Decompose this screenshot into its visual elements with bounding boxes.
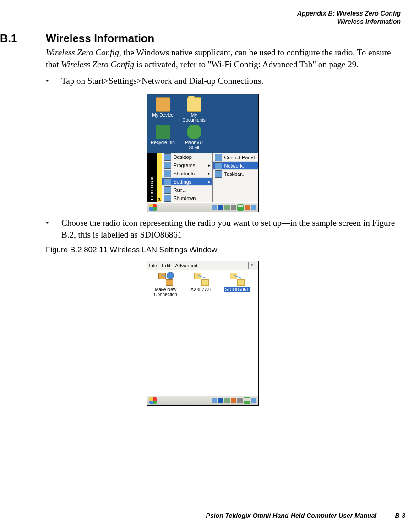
p-banner: P bbox=[157, 153, 162, 202]
tray-generic-icon[interactable] bbox=[212, 205, 217, 210]
my-device-label: My Device bbox=[149, 113, 177, 118]
footer-page-number: B-3 bbox=[395, 512, 405, 519]
taskbar-2 bbox=[147, 396, 258, 405]
menubar-file[interactable]: FFileile bbox=[149, 263, 158, 268]
folder-icon bbox=[187, 97, 201, 112]
start-button-2[interactable] bbox=[149, 397, 157, 404]
programs-mini-icon bbox=[164, 162, 171, 169]
battery-icon[interactable] bbox=[237, 398, 243, 403]
network-mini-icon bbox=[215, 162, 222, 169]
make-new-connection[interactable]: Make New Connection bbox=[150, 273, 181, 298]
menu-run[interactable]: Run... bbox=[162, 186, 212, 194]
wzc-term-2: Wireless Zero Config bbox=[61, 60, 134, 69]
window-menubar: FFileile Edit Advanced × bbox=[147, 261, 258, 270]
submenu-taskbar[interactable]: Taskbar... bbox=[213, 170, 258, 178]
status-icon[interactable] bbox=[245, 205, 250, 210]
signal-icon[interactable] bbox=[237, 204, 244, 211]
bullet-marker: • bbox=[46, 217, 61, 240]
desktop-area: My Device My Documents Recycle Bin Psion… bbox=[147, 94, 258, 153]
menu-shortcuts[interactable]: Shortcuts▸ bbox=[162, 169, 212, 178]
system-tray bbox=[212, 204, 256, 211]
section-title: Wireless Information bbox=[46, 32, 154, 45]
shortcuts-mini-icon bbox=[164, 170, 171, 177]
radio-adapter-icon bbox=[230, 273, 245, 286]
bluetooth-icon[interactable] bbox=[218, 205, 223, 210]
menu-settings[interactable]: Settings▸ bbox=[162, 178, 212, 186]
bullet-step-1: • Tap on Start>Settings>Network and Dial… bbox=[46, 75, 398, 87]
battery-icon[interactable] bbox=[231, 205, 236, 210]
network-tray-icon[interactable] bbox=[224, 398, 230, 403]
recycle-bin-icon[interactable]: Recycle Bin bbox=[149, 125, 177, 151]
settings-submenu: Control Panel Network... Taskbar... bbox=[212, 153, 258, 202]
new-connection-icon bbox=[158, 273, 173, 286]
psionvu-shell-icon[interactable]: PsionVU Shell bbox=[180, 125, 208, 151]
submenu-network[interactable]: Network... bbox=[213, 162, 258, 170]
status-icon[interactable] bbox=[231, 398, 236, 403]
signal-icon[interactable] bbox=[244, 397, 250, 404]
tray-misc-icon[interactable] bbox=[251, 205, 256, 210]
my-documents-icon[interactable]: My Documents bbox=[180, 97, 208, 124]
header-line-1: Appendix B: Wireless Zero Config bbox=[0, 9, 401, 17]
ax887721-connection[interactable]: AX887721 bbox=[186, 273, 217, 293]
start-menu-area: TEKLOGIX P Desktop Programs▸ Shortcuts▸ … bbox=[147, 153, 258, 202]
sdio-label: SDIO86861 bbox=[224, 287, 250, 293]
my-documents-label: My Documents bbox=[180, 113, 208, 123]
sdio-label-ref: SDIO86861 bbox=[140, 230, 182, 239]
chevron-right-icon: ▸ bbox=[208, 163, 211, 168]
bullet-marker: • bbox=[46, 75, 61, 87]
tray-generic-icon[interactable] bbox=[212, 398, 217, 403]
psionvu-label: PsionVU Shell bbox=[180, 140, 208, 150]
menu-path: Start>Settings>Network and Dial-up Conne… bbox=[87, 76, 264, 86]
network-adapter-icon bbox=[194, 273, 209, 286]
start-menu-screenshot: My Device My Documents Recycle Bin Psion… bbox=[147, 94, 259, 212]
network-connections-screenshot: FFileile Edit Advanced × Make New Connec… bbox=[147, 261, 259, 406]
bluetooth-icon[interactable] bbox=[218, 398, 223, 403]
radio-icon-term: radio icon bbox=[103, 218, 138, 228]
shutdown-mini-icon bbox=[164, 195, 171, 202]
start-menu: Desktop Programs▸ Shortcuts▸ Settings▸ R… bbox=[162, 153, 212, 202]
figure-caption: Figure B.2 802.11 Wireless LAN Settings … bbox=[46, 245, 405, 255]
taskbar-mini-icon bbox=[215, 170, 222, 178]
control-panel-mini-icon bbox=[215, 154, 222, 161]
section-heading: B.1 Wireless Information bbox=[0, 32, 405, 45]
chevron-right-icon: ▸ bbox=[208, 171, 211, 176]
system-tray-2 bbox=[212, 397, 256, 404]
menu-shutdown[interactable]: Shutdown bbox=[162, 194, 212, 202]
header-line-2: Wireless Information bbox=[0, 17, 401, 26]
menubar-advanced[interactable]: Advanced bbox=[175, 263, 197, 268]
sdio86861-connection[interactable]: SDIO86861 bbox=[222, 273, 253, 293]
pda-icon bbox=[156, 97, 170, 112]
page-footer: Psion Teklogix Omnii Hand-Held Computer … bbox=[206, 512, 405, 519]
connections-area: Make New Connection AX887721 SDIO86861 bbox=[147, 270, 258, 396]
chevron-right-icon: ▸ bbox=[208, 179, 211, 184]
run-mini-icon bbox=[164, 186, 171, 194]
tray-misc-icon[interactable] bbox=[251, 398, 256, 403]
my-device-icon[interactable]: My Device bbox=[149, 97, 177, 124]
wzc-term-1: Wireless Zero Config bbox=[46, 48, 119, 57]
intro-paragraph: Wireless Zero Config, the Windows native… bbox=[46, 47, 398, 70]
ax-label: AX887721 bbox=[186, 287, 217, 293]
desktop-mini-icon bbox=[164, 153, 171, 161]
network-tray-icon[interactable] bbox=[224, 205, 230, 210]
start-button[interactable] bbox=[149, 204, 157, 211]
menubar-edit[interactable]: Edit bbox=[162, 263, 170, 268]
close-button[interactable]: × bbox=[248, 262, 256, 269]
menu-desktop[interactable]: Desktop bbox=[162, 153, 212, 161]
settings-mini-icon bbox=[164, 178, 171, 185]
submenu-control-panel[interactable]: Control Panel bbox=[213, 153, 258, 162]
bullet-step-2: • Choose the radio icon representing the… bbox=[46, 217, 398, 240]
recycle-bin-label: Recycle Bin bbox=[149, 140, 177, 145]
psion-icon bbox=[187, 125, 201, 139]
recycle-icon bbox=[156, 125, 170, 139]
menu-programs[interactable]: Programs▸ bbox=[162, 161, 212, 169]
teklogix-banner: TEKLOGIX bbox=[147, 153, 157, 202]
taskbar bbox=[147, 202, 258, 212]
make-new-label: Make New Connection bbox=[150, 287, 181, 298]
footer-manual-title: Psion Teklogix Omnii Hand-Held Computer … bbox=[206, 512, 377, 519]
section-number: B.1 bbox=[0, 32, 46, 45]
running-header: Appendix B: Wireless Zero Config Wireles… bbox=[0, 9, 405, 26]
close-icon: × bbox=[251, 263, 254, 268]
